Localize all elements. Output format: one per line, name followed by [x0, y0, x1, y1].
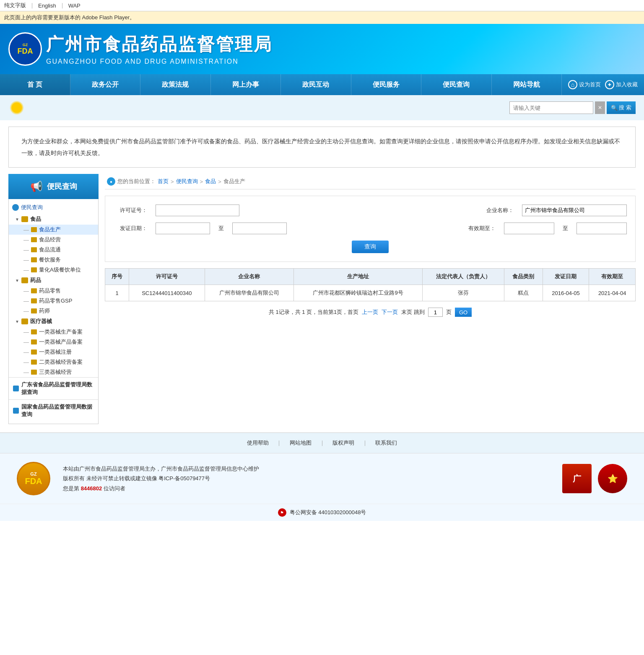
leaf-folder-icon: [31, 237, 37, 242]
sidebar-leaf-food-distribution[interactable]: — 食品流通: [9, 245, 98, 255]
results-table: 序号 许可证号 企业名称 生产地址 法定代表人（负责人） 食品类别 发证日期 有…: [105, 268, 636, 301]
company-name-label: 企业名称：: [480, 207, 514, 214]
fold-icon: ▼: [15, 278, 19, 283]
col-seq: 序号: [105, 269, 129, 285]
sidebar-leaf-medical1-prod[interactable]: — 一类器械生产备案: [9, 327, 98, 337]
sidebar-leaf-pharmacist[interactable]: — 药师: [9, 306, 98, 316]
breadcrumb: ● 您的当前位置： 首页 > 便民查询 > 食品 > 食品生产: [105, 174, 636, 189]
page-input[interactable]: [428, 308, 443, 317]
simplified-link[interactable]: 纯文字版: [4, 2, 26, 9]
sidebar-root-item[interactable]: 便民查询: [9, 201, 98, 214]
sidebar-leaf-medical2-biz[interactable]: — 二类器械经营备案: [9, 357, 98, 367]
sidebar-category-medical[interactable]: ▼ 医疗器械: [9, 316, 98, 327]
breadcrumb-food[interactable]: 食品: [205, 178, 216, 185]
english-link[interactable]: English: [38, 3, 56, 9]
leaf-folder-icon: [31, 247, 37, 252]
nav-gov-open[interactable]: 政务公开: [70, 74, 141, 95]
search-clear-btn[interactable]: ✕: [595, 101, 605, 114]
en-title: GUANGZHOU FOOD AND DRUG ADMINISTRATION: [46, 58, 273, 65]
leaf-folder-icon: [31, 360, 37, 365]
leaf-folder-icon: [31, 288, 37, 293]
search-button[interactable]: 🔍 搜 索: [607, 101, 636, 114]
sidebar-ext-link-national[interactable]: 国家食品药品监督管理局数据查询: [9, 399, 98, 422]
folder-icon: [21, 318, 28, 324]
leaf-folder-icon: [31, 329, 37, 334]
pagination-info: 共 1记录，共 1 页，当前第1页，首页: [269, 308, 359, 316]
go-button[interactable]: GO: [455, 308, 472, 317]
search-input[interactable]: [509, 101, 593, 114]
col-issue-date: 发证日期: [543, 269, 589, 285]
sidebar-leaf-catering[interactable]: — 餐饮服务: [9, 255, 98, 265]
sidebar: 📢 便民查询 便民查询 ▼ 食品 — 食品生产 — 食: [8, 174, 99, 424]
sidebar-header: 📢 便民查询: [8, 174, 99, 199]
add-favorite-btn[interactable]: ✦ 加入收藏: [605, 80, 638, 89]
sep1: ｜: [29, 2, 35, 9]
folder-icon: [21, 216, 28, 222]
valid-from-input[interactable]: [504, 223, 554, 234]
home-icon: ⌂: [568, 80, 577, 89]
leaf-folder-icon: [31, 339, 37, 344]
prev-page-link[interactable]: 上一页: [362, 308, 378, 316]
footer-help-link[interactable]: 使用帮助: [247, 440, 269, 446]
nav-home[interactable]: 首 页: [0, 74, 70, 95]
sidebar-leaf-catering-a[interactable]: — 量化A级餐饮单位: [9, 265, 98, 275]
sidebar-leaf-drug-retail[interactable]: — 药品零售: [9, 286, 98, 296]
issue-date-to-input[interactable]: [232, 223, 287, 234]
query-button[interactable]: 查询: [352, 241, 389, 253]
issue-date-from-input[interactable]: [156, 223, 210, 234]
valid-to-sep: 至: [563, 225, 568, 232]
leaf-folder-icon: [31, 350, 37, 355]
sep2: ｜: [60, 2, 65, 9]
valid-to-input[interactable]: [576, 223, 627, 234]
sun-icon: [8, 99, 25, 116]
sidebar-leaf-drug-gsp[interactable]: — 药品零售GSP: [9, 296, 98, 306]
table-row: 1SC12444011400340广州市锦华食品有限公司广州市花都区狮岭镇瑞边村…: [105, 285, 636, 301]
leaf-folder-icon: [31, 267, 37, 272]
sidebar-leaf-medical3-biz[interactable]: — 三类器械经营: [9, 367, 98, 377]
nav-policy[interactable]: 政策法规: [140, 74, 211, 95]
set-home-btn[interactable]: ⌂ 设为首页: [568, 80, 601, 89]
sidebar-leaf-food-production[interactable]: — 食品生产: [9, 225, 98, 235]
nav-right-buttons: ⌂ 设为首页 ✦ 加入收藏: [562, 74, 644, 95]
sidebar-leaf-medical1-reg[interactable]: — 一类器械注册: [9, 347, 98, 357]
breadcrumb-inquiry[interactable]: 便民查询: [176, 178, 198, 185]
sidebar-category-drug[interactable]: ▼ 药品: [9, 275, 98, 286]
nav-interaction[interactable]: 政民互动: [281, 74, 351, 95]
sidebar-ext-link-guangdong[interactable]: 广东省食品药品监督管理局数据查询: [9, 377, 98, 399]
nav-inquiry[interactable]: 便民查询: [421, 74, 492, 95]
issue-date-label: 发证日期：: [114, 225, 147, 232]
footer-contact-link[interactable]: 联系我们: [375, 440, 397, 446]
license-no-label: 许可证号：: [114, 207, 147, 214]
visitor-count: 您是第 8446802 位访问者: [63, 484, 550, 493]
breadcrumb-home[interactable]: 首页: [158, 178, 169, 185]
form-row-2: 发证日期： 至 有效期至： 至: [114, 223, 627, 234]
footer-sitemap-link[interactable]: 网站地图: [290, 440, 312, 446]
badge-fda: FDA: [18, 47, 33, 56]
col-legal-rep: 法定代表人（负责人）: [423, 269, 504, 285]
sidebar-leaf-food-business[interactable]: — 食品经营: [9, 235, 98, 245]
sidebar-category-food[interactable]: ▼ 食品: [9, 214, 98, 225]
footer-copyright-link[interactable]: 版权声明: [332, 440, 354, 446]
search-wrap: ✕ 🔍 搜 索: [509, 101, 636, 114]
issue-date-to-sep: 至: [218, 225, 224, 232]
leaf-folder-icon: [31, 370, 37, 375]
flash-notice: 此页面上的内容需要更新版本的 Adobe Flash Player。: [0, 11, 644, 24]
nav-convenience[interactable]: 便民服务: [351, 74, 422, 95]
footer-right-logos: 广 ⭐: [562, 464, 627, 493]
next-page-link[interactable]: 下一页: [382, 308, 398, 316]
sidebar-leaf-medical1-item[interactable]: — 一类器械产品备案: [9, 337, 98, 347]
sq-icon: [13, 386, 19, 391]
table-body: 1SC12444011400340广州市锦华食品有限公司广州市花都区狮岭镇瑞边村…: [105, 285, 636, 301]
star-icon: ✦: [605, 80, 614, 89]
badge-gz: GZ: [23, 43, 28, 47]
header-decoration: [539, 24, 644, 74]
table-header: 序号 许可证号 企业名称 生产地址 法定代表人（负责人） 食品类别 发证日期 有…: [105, 269, 636, 285]
company-name-input[interactable]: [522, 205, 627, 216]
nav-sitemap[interactable]: 网站导航: [492, 74, 562, 95]
wap-link[interactable]: WAP: [68, 3, 80, 9]
fda-badge: GZ FDA: [8, 32, 42, 66]
col-company: 企业名称: [205, 269, 293, 285]
license-no-input[interactable]: [156, 205, 239, 216]
footer-gz-fda-logo: GZ FDA: [17, 462, 50, 495]
nav-online-service[interactable]: 网上办事: [211, 74, 281, 95]
